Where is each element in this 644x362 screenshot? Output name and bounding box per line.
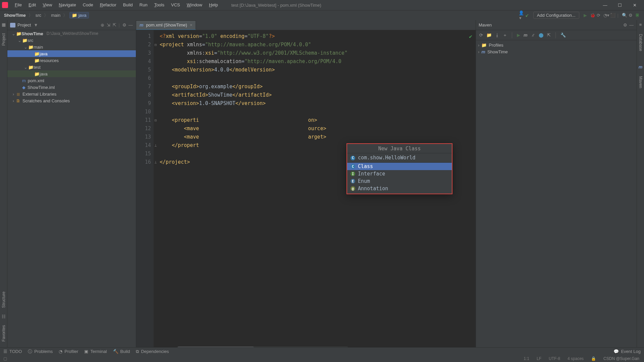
menu-build[interactable]: Build — [120, 0, 136, 10]
maven-add-icon[interactable]: ＋ — [503, 32, 507, 38]
status-deps[interactable]: ⧉ Dependencies — [136, 349, 169, 354]
maven-folder-icon[interactable]: 📁 — [486, 33, 492, 38]
expand-all-icon[interactable]: ⇲ — [105, 22, 111, 28]
maven-file-icon: m — [140, 22, 144, 28]
status-indent[interactable]: 4 spaces — [566, 356, 585, 361]
fold-gutter[interactable]: ⊟ ⊟⊥⊥ — [154, 30, 158, 353]
window-close[interactable]: ✕ — [632, 3, 637, 8]
maven-wrench-icon[interactable]: 🔧 — [560, 33, 566, 38]
inspection-ok-icon[interactable]: ✔ — [469, 32, 472, 41]
maven-panel-header: Maven ⚙ — — [476, 20, 637, 30]
popup-opt-class[interactable]: C Class — [347, 163, 452, 170]
popup-opt-annotation[interactable]: @ Annotation — [347, 185, 452, 192]
status-line-ending[interactable]: LF — [535, 356, 543, 361]
status-encoding[interactable]: UTF-8 — [547, 356, 561, 361]
menu-window[interactable]: Window — [183, 0, 206, 10]
profile-icon[interactable]: ◔▾ — [602, 13, 609, 18]
status-problems[interactable]: ⓘ Problems — [28, 349, 53, 355]
maven-hide-icon[interactable]: — — [628, 22, 634, 28]
tree-external-libraries[interactable]: ›⫼External Libraries — [7, 91, 136, 97]
project-tool-icon[interactable]: ▦ — [2, 22, 6, 27]
menu-code[interactable]: Code — [79, 0, 97, 10]
menu-run[interactable]: Run — [136, 0, 151, 10]
maven-tree[interactable]: ›📁 Profiles ›m ShowTime — [476, 40, 637, 56]
status-caret-pos[interactable]: 1:1 — [522, 356, 531, 361]
run-configurations[interactable]: Add Configuration... — [533, 12, 579, 19]
tab-close-icon[interactable]: × — [190, 22, 193, 28]
make-icon[interactable]: ↙ — [524, 13, 531, 18]
status-lock-icon[interactable]: 🔒 — [590, 356, 597, 361]
tree-resources[interactable]: 📁 resources — [7, 57, 136, 64]
crumb-main[interactable]: main — [50, 13, 61, 18]
maven-m-icon[interactable]: m — [524, 33, 528, 38]
tree-src[interactable]: ⌄📁 src — [7, 37, 136, 44]
collapse-all-icon[interactable]: ⇱ — [111, 22, 117, 28]
popup-opt-interface[interactable]: I Interface — [347, 170, 452, 177]
menu-file[interactable]: File — [11, 0, 25, 10]
popup-opt-enum[interactable]: E Enum — [347, 177, 452, 185]
status-terminal[interactable]: ▣ Terminal — [84, 349, 107, 354]
left-label-favorites[interactable]: Favorites — [1, 323, 6, 344]
maven-panel: Maven ⚙ — ⟳ 📁 ⭳ ＋ ▶ m ⫽ ⬤ ⇱ 🔧 ›📁 Profile… — [476, 20, 637, 353]
class-icon: C — [351, 164, 355, 169]
window-maximize[interactable]: ☐ — [617, 3, 623, 8]
project-view-dropdown[interactable]: ▼ — [34, 22, 38, 28]
maven-module[interactable]: ›m ShowTime — [478, 48, 635, 55]
tree-main-java[interactable]: 📁 java — [7, 50, 136, 57]
menu-view[interactable]: View — [39, 0, 55, 10]
left-label-project[interactable]: Project — [1, 31, 6, 48]
status-todo[interactable]: ☰ TODO — [3, 349, 22, 354]
editor-body[interactable]: 12345678 910111213141516 ⊟ ⊟⊥⊥ <?xml ver… — [136, 30, 476, 353]
code-editor[interactable]: <?xml version="1.0" encoding="UTF-8"?> <… — [158, 30, 476, 353]
status-event-log[interactable]: 💬 Event Log — [613, 349, 641, 354]
maven-download-icon[interactable]: ⭳ — [495, 33, 499, 38]
crumb-root[interactable]: ShowTime — [3, 13, 26, 18]
settings-icon[interactable]: ⚙ — [627, 13, 634, 18]
tab-pom[interactable]: m pom.xml (ShowTime) × — [136, 20, 196, 30]
panel-hide-icon[interactable]: — — [127, 22, 133, 28]
user-icon[interactable]: 👤▾ — [517, 10, 524, 20]
popup-name-input[interactable]: C com.show.HelloWorld — [347, 153, 452, 163]
maven-profiles[interactable]: ›📁 Profiles — [478, 42, 635, 48]
menu-refactor[interactable]: Refactor — [97, 0, 120, 10]
tree-pom[interactable]: mpom.xml — [7, 77, 136, 84]
left-label-structure[interactable]: Structure — [1, 290, 6, 310]
coverage-icon[interactable]: ⟳ — [595, 13, 602, 18]
project-tree[interactable]: ⌄📁 ShowTime D:\Java_Web\test\ShowTime ⌄📁… — [7, 30, 136, 353]
database-tool-icon[interactable]: ≡ — [639, 22, 642, 27]
debug-icon[interactable]: 🐞 — [589, 13, 595, 18]
maven-skip-icon[interactable]: ⫽ — [531, 33, 535, 38]
structure-icon[interactable]: ☷ — [2, 314, 6, 319]
crumb-java[interactable]: 📁 java — [69, 12, 89, 18]
maven-offline-icon[interactable]: ⬤ — [539, 33, 544, 38]
status-build[interactable]: 🔨 Build — [113, 349, 130, 354]
menu-navigate[interactable]: Navigate — [55, 0, 79, 10]
run-icon[interactable]: ▶ — [582, 13, 589, 18]
tree-main[interactable]: ⌄📁 main — [7, 44, 136, 50]
tree-iml[interactable]: ◆ShowTime.iml — [7, 84, 136, 91]
maven-tool-icon[interactable]: m — [639, 64, 643, 69]
statusbar-corner-icon[interactable]: ▢ — [3, 356, 7, 361]
right-label-maven[interactable]: Maven — [638, 74, 643, 90]
panel-settings-icon[interactable]: ⚙ — [121, 22, 127, 28]
menu-edit[interactable]: Edit — [25, 0, 39, 10]
menu-vcs[interactable]: VCS — [168, 0, 183, 10]
maven-run-icon[interactable]: ▶ — [517, 33, 520, 38]
maven-reimport-icon[interactable]: ⟳ — [479, 33, 483, 38]
stop-icon[interactable]: ⬛ — [609, 13, 615, 18]
window-minimize[interactable]: — — [602, 3, 608, 8]
menu-help[interactable]: Help — [206, 0, 221, 10]
tree-root[interactable]: ⌄📁 ShowTime D:\Java_Web\test\ShowTime — [7, 30, 136, 37]
crumb-src[interactable]: src — [35, 13, 42, 18]
search-icon[interactable]: 🔍 — [621, 13, 627, 18]
status-profiler[interactable]: ◔ Profiler — [59, 349, 78, 354]
right-label-database[interactable]: Database — [638, 32, 643, 53]
locate-icon[interactable]: ⊕ — [99, 22, 105, 28]
tree-scratches[interactable]: ›🗎Scratches and Consoles — [7, 97, 136, 104]
tree-test[interactable]: ⌄📁 test — [7, 64, 136, 70]
menu-tools[interactable]: Tools — [151, 0, 168, 10]
shield-icon[interactable]: ⛨ — [634, 13, 641, 18]
tree-test-java[interactable]: 📁 java — [7, 70, 136, 77]
maven-collapse-icon[interactable]: ⇱ — [547, 33, 551, 38]
maven-settings-icon[interactable]: ⚙ — [622, 22, 628, 28]
